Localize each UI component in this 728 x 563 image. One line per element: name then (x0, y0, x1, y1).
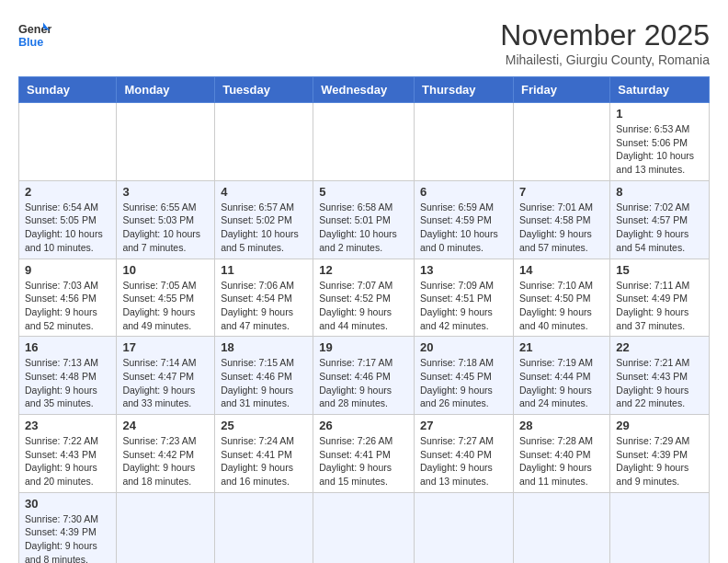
day-info: Sunrise: 7:07 AM Sunset: 4:52 PM Dayligh… (319, 279, 408, 333)
calendar-cell: 17Sunrise: 7:14 AM Sunset: 4:47 PM Dayli… (117, 337, 215, 415)
calendar-cell (117, 103, 215, 181)
day-number: 24 (122, 419, 209, 432)
calendar-cell: 30Sunrise: 7:30 AM Sunset: 4:39 PM Dayli… (19, 492, 117, 563)
calendar-cell (215, 492, 313, 563)
day-info: Sunrise: 7:05 AM Sunset: 4:55 PM Dayligh… (122, 279, 209, 333)
day-number: 8 (616, 185, 703, 199)
svg-text:General: General (18, 23, 51, 36)
day-info: Sunrise: 7:10 AM Sunset: 4:50 PM Dayligh… (519, 279, 604, 333)
calendar-cell: 26Sunrise: 7:26 AM Sunset: 4:41 PM Dayli… (313, 415, 415, 493)
calendar-cell: 19Sunrise: 7:17 AM Sunset: 4:46 PM Dayli… (313, 337, 415, 415)
day-info: Sunrise: 7:01 AM Sunset: 4:58 PM Dayligh… (519, 201, 604, 255)
calendar-cell (415, 492, 514, 563)
calendar-cell (513, 103, 609, 181)
day-number: 11 (221, 263, 307, 277)
day-info: Sunrise: 7:21 AM Sunset: 4:43 PM Dayligh… (616, 356, 703, 410)
calendar-cell: 15Sunrise: 7:11 AM Sunset: 4:49 PM Dayli… (610, 259, 710, 337)
day-number: 22 (616, 340, 703, 354)
calendar-cell: 18Sunrise: 7:15 AM Sunset: 4:46 PM Dayli… (215, 337, 313, 415)
calendar-cell: 3Sunrise: 6:55 AM Sunset: 5:03 PM Daylig… (117, 180, 215, 259)
day-info: Sunrise: 7:24 AM Sunset: 4:41 PM Dayligh… (221, 434, 307, 488)
day-info: Sunrise: 7:27 AM Sunset: 4:40 PM Dayligh… (420, 434, 507, 488)
logo-icon: General Blue (18, 18, 51, 52)
day-info: Sunrise: 7:23 AM Sunset: 4:42 PM Dayligh… (122, 434, 209, 488)
calendar-cell: 9Sunrise: 7:03 AM Sunset: 4:56 PM Daylig… (19, 259, 117, 337)
day-info: Sunrise: 7:14 AM Sunset: 4:47 PM Dayligh… (122, 356, 209, 410)
day-number: 20 (420, 340, 507, 354)
day-number: 9 (25, 263, 110, 277)
calendar-cell: 11Sunrise: 7:06 AM Sunset: 4:54 PM Dayli… (215, 259, 313, 337)
calendar-cell: 24Sunrise: 7:23 AM Sunset: 4:42 PM Dayli… (117, 415, 215, 493)
calendar-cell (19, 103, 117, 181)
col-header-monday: Monday (117, 77, 215, 103)
day-info: Sunrise: 7:13 AM Sunset: 4:48 PM Dayligh… (25, 356, 110, 410)
calendar-body: 1Sunrise: 6:53 AM Sunset: 5:06 PM Daylig… (19, 103, 710, 564)
calendar-week-5: 30Sunrise: 7:30 AM Sunset: 4:39 PM Dayli… (19, 492, 710, 563)
calendar-cell: 13Sunrise: 7:09 AM Sunset: 4:51 PM Dayli… (415, 259, 514, 337)
calendar-cell: 7Sunrise: 7:01 AM Sunset: 4:58 PM Daylig… (513, 180, 609, 259)
day-number: 3 (122, 185, 209, 199)
calendar-cell: 20Sunrise: 7:18 AM Sunset: 4:45 PM Dayli… (415, 337, 514, 415)
calendar-cell: 1Sunrise: 6:53 AM Sunset: 5:06 PM Daylig… (610, 103, 710, 181)
calendar-header: SundayMondayTuesdayWednesdayThursdayFrid… (19, 77, 710, 103)
day-info: Sunrise: 7:11 AM Sunset: 4:49 PM Dayligh… (616, 279, 703, 333)
day-number: 25 (221, 419, 307, 432)
calendar-cell: 25Sunrise: 7:24 AM Sunset: 4:41 PM Dayli… (215, 415, 313, 493)
col-header-wednesday: Wednesday (313, 77, 415, 103)
day-number: 2 (25, 185, 110, 199)
day-number: 21 (519, 340, 604, 354)
header: General Blue November 2025 Mihailesti, G… (18, 18, 710, 67)
calendar-week-4: 23Sunrise: 7:22 AM Sunset: 4:43 PM Dayli… (19, 415, 710, 493)
calendar-cell: 29Sunrise: 7:29 AM Sunset: 4:39 PM Dayli… (610, 415, 710, 493)
calendar-cell: 4Sunrise: 6:57 AM Sunset: 5:02 PM Daylig… (215, 180, 313, 259)
day-info: Sunrise: 7:18 AM Sunset: 4:45 PM Dayligh… (420, 356, 507, 410)
day-number: 18 (221, 340, 307, 354)
day-number: 26 (319, 419, 408, 432)
day-info: Sunrise: 7:06 AM Sunset: 4:54 PM Dayligh… (221, 279, 307, 333)
day-info: Sunrise: 7:30 AM Sunset: 4:39 PM Dayligh… (25, 512, 110, 563)
calendar-cell (117, 492, 215, 563)
calendar-cell (610, 492, 710, 563)
calendar-cell (513, 492, 609, 563)
calendar-cell (313, 103, 415, 181)
calendar-cell: 16Sunrise: 7:13 AM Sunset: 4:48 PM Dayli… (19, 337, 117, 415)
day-info: Sunrise: 6:58 AM Sunset: 5:01 PM Dayligh… (319, 201, 408, 255)
col-header-tuesday: Tuesday (215, 77, 313, 103)
day-info: Sunrise: 7:02 AM Sunset: 4:57 PM Dayligh… (616, 201, 703, 255)
day-number: 16 (25, 340, 110, 354)
calendar-cell (415, 103, 514, 181)
day-info: Sunrise: 7:17 AM Sunset: 4:46 PM Dayligh… (319, 356, 408, 410)
day-number: 29 (616, 419, 703, 432)
location-subtitle: Mihailesti, Giurgiu County, Romania (500, 52, 710, 67)
calendar-cell: 12Sunrise: 7:07 AM Sunset: 4:52 PM Dayli… (313, 259, 415, 337)
day-number: 4 (221, 185, 307, 199)
calendar: SundayMondayTuesdayWednesdayThursdayFrid… (18, 76, 710, 563)
day-number: 6 (420, 185, 507, 199)
col-header-saturday: Saturday (610, 77, 710, 103)
col-header-friday: Friday (513, 77, 609, 103)
calendar-cell: 23Sunrise: 7:22 AM Sunset: 4:43 PM Dayli… (19, 415, 117, 493)
calendar-cell: 5Sunrise: 6:58 AM Sunset: 5:01 PM Daylig… (313, 180, 415, 259)
svg-text:Blue: Blue (18, 36, 43, 49)
calendar-week-2: 9Sunrise: 7:03 AM Sunset: 4:56 PM Daylig… (19, 259, 710, 337)
day-info: Sunrise: 6:54 AM Sunset: 5:05 PM Dayligh… (25, 201, 110, 255)
day-info: Sunrise: 6:57 AM Sunset: 5:02 PM Dayligh… (221, 201, 307, 255)
calendar-week-3: 16Sunrise: 7:13 AM Sunset: 4:48 PM Dayli… (19, 337, 710, 415)
day-info: Sunrise: 7:19 AM Sunset: 4:44 PM Dayligh… (519, 356, 604, 410)
day-number: 17 (122, 340, 209, 354)
header-row: SundayMondayTuesdayWednesdayThursdayFrid… (19, 77, 710, 103)
col-header-thursday: Thursday (415, 77, 514, 103)
day-info: Sunrise: 7:22 AM Sunset: 4:43 PM Dayligh… (25, 434, 110, 488)
calendar-cell: 28Sunrise: 7:28 AM Sunset: 4:40 PM Dayli… (513, 415, 609, 493)
day-info: Sunrise: 6:55 AM Sunset: 5:03 PM Dayligh… (122, 201, 209, 255)
day-number: 7 (519, 185, 604, 199)
day-info: Sunrise: 7:28 AM Sunset: 4:40 PM Dayligh… (519, 434, 604, 488)
logo: General Blue (18, 18, 51, 52)
day-number: 23 (25, 419, 110, 432)
day-number: 30 (25, 497, 110, 511)
calendar-cell: 14Sunrise: 7:10 AM Sunset: 4:50 PM Dayli… (513, 259, 609, 337)
calendar-cell: 21Sunrise: 7:19 AM Sunset: 4:44 PM Dayli… (513, 337, 609, 415)
day-number: 28 (519, 419, 604, 432)
day-info: Sunrise: 7:03 AM Sunset: 4:56 PM Dayligh… (25, 279, 110, 333)
day-number: 10 (122, 263, 209, 277)
